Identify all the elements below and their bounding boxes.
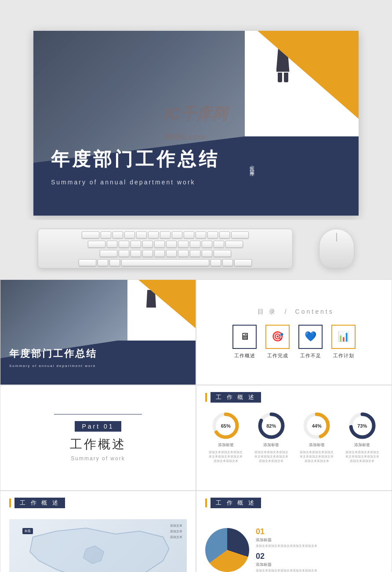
stat-add-label-4: 添加标签 [354, 442, 370, 448]
key [178, 241, 189, 248]
stat-add-label-3: 添加标签 [309, 442, 325, 448]
content-label-3: 工作不足 [300, 352, 321, 359]
donut-3: 44% [302, 411, 331, 440]
keyboard-row-2 [44, 241, 287, 248]
content-label-2: 工作完成 [267, 352, 288, 359]
yellow-triangle [258, 31, 359, 119]
slide-main-cover: 年度部门工作总结 Summary of annual department wo… [33, 31, 359, 216]
key [131, 250, 141, 257]
map-add-3: 添加文本 [170, 535, 182, 539]
key [136, 231, 147, 238]
key-ctrl-r [234, 259, 252, 266]
list-num-1: 01 [256, 527, 383, 536]
content-item-3: 💙 工作不足 [298, 325, 323, 359]
key [166, 241, 177, 248]
contents-icons: 🖥 工作概述 🎯 工作完成 💙 工作不足 📊 工作计划 [232, 325, 356, 359]
mouse [319, 229, 354, 268]
key [190, 241, 200, 248]
key [190, 250, 200, 257]
keyboard-row-4 [44, 259, 287, 266]
stats-row: 65% 添加标签 添加文本添加文本添加文本文本添加文本添加文本添加文本添加文本 … [205, 409, 383, 484]
title-bar-yellow-6 [9, 499, 11, 507]
key [101, 231, 111, 238]
list-entry-1: 01 添加标题 添加文本添加文本添加文本添加文本添加文本 [256, 527, 383, 548]
logo-text: Your Logo [298, 172, 337, 181]
key [154, 250, 165, 257]
key-caps [88, 241, 105, 248]
slides-row-2: Part 01 工作概述 Summary of work 工 作 概 述 65%… [0, 385, 392, 491]
slide-work-stats: 工 作 概 述 65% 添加标签 添加文本添加文本添加文本文本添加文本添加文本添… [196, 385, 392, 491]
key-ctrl [79, 259, 96, 266]
contents-title-slash: / [285, 308, 292, 315]
map-tag-1: 标题 [22, 528, 33, 534]
slide-list: 工 作 概 述 01 添加标题 添加文本添加文本添加文本添加文本添加文本 02 … [196, 491, 392, 572]
map-add-text: 添加文本 添加文本 添加文本 [170, 524, 182, 539]
logo-sub: 企业标志 [298, 181, 337, 189]
slide-part01: Part 01 工作概述 Summary of work [0, 385, 196, 491]
stat-item-3: 44% 添加标签 添加文本添加文本添加文本文本添加文本添加文本添加文本添加文本 [299, 411, 334, 463]
stat-desc-2: 添加文本添加文本添加文本文本添加文本添加文本添加文本添加文本 [254, 450, 289, 463]
list-title-2: 添加标题 [256, 562, 383, 568]
key [142, 250, 153, 257]
key [178, 250, 189, 257]
list-title-1: 添加标题 [256, 537, 383, 543]
key [98, 259, 108, 266]
content-icon-overview: 🖥 [232, 325, 257, 349]
key [196, 231, 206, 238]
key-shift-r [214, 250, 231, 257]
content-label-4: 工作计划 [333, 352, 354, 359]
key [154, 241, 165, 248]
section-title-6: 工 作 概 述 [9, 498, 187, 508]
key [107, 241, 117, 248]
china-map-svg [9, 519, 187, 572]
section-title-bg-6: 工 作 概 述 [15, 498, 65, 508]
part-line [54, 414, 142, 414]
key [113, 231, 123, 238]
map-add-2: 添加文本 [170, 529, 182, 534]
donut-label-3: 44% [312, 423, 322, 429]
list-text-1: 添加文本添加文本添加文本添加文本添加文本 [256, 544, 383, 548]
stat-desc-4: 添加文本添加文本添加文本文本添加文本添加文本添加文本添加文本 [345, 450, 380, 463]
list-items: 01 添加标题 添加文本添加文本添加文本添加文本添加文本 02 添加标题 添加文… [256, 527, 383, 572]
map-add-1: 添加文本 [170, 524, 182, 528]
content-item-1: 🖥 工作概述 [232, 325, 257, 359]
section-title-bg: 工 作 概 述 [211, 392, 261, 403]
keyboard-row-3 [44, 250, 287, 257]
key [214, 241, 224, 248]
section-title-7: 工 作 概 述 [205, 498, 383, 508]
key-backspace [231, 231, 249, 238]
accessories-section [0, 220, 392, 277]
stat-item-1: 65% 添加标签 添加文本添加文本添加文本文本添加文本添加文本添加文本添加文本 [208, 411, 243, 463]
section-title-5: 工 作 概 述 [205, 392, 383, 403]
list-entry-2: 02 添加标题 添加文本添加文本添加文本添加文本添加文本 [256, 552, 383, 572]
key-shift-l [100, 250, 117, 257]
donut-label-4: 73% [357, 423, 367, 429]
key [142, 241, 153, 248]
key [160, 231, 171, 238]
stat-desc-3: 添加文本添加文本添加文本文本添加文本添加文本添加文本添加文本 [299, 450, 334, 463]
content-icon-complete: 🎯 [265, 325, 290, 349]
stat-add-label-2: 添加标签 [263, 442, 279, 448]
contents-title-zh: 目 录 [258, 308, 277, 315]
content-icon-shortfall: 💙 [298, 325, 323, 349]
key [184, 231, 194, 238]
donut-label-2: 82% [266, 423, 276, 429]
key [131, 241, 141, 248]
section-title-bg-7: 工 作 概 述 [211, 498, 261, 508]
main-title-zh: 年度部门工作总结 [51, 147, 220, 172]
key [119, 250, 129, 257]
stat-add-label-1: 添加标签 [218, 442, 234, 448]
part-title-zh: 工作概述 [70, 436, 126, 453]
mini-logo-text: Your Logo [163, 361, 182, 366]
part-title-en: Summary of work [71, 455, 125, 462]
donut-1: 65% [211, 411, 240, 440]
content-item-2: 🎯 工作完成 [265, 325, 290, 359]
donut-4: 73% [348, 411, 377, 440]
slide-contents: 目 录 / Contents 🖥 工作概述 🎯 工作完成 💙 工作不足 📊 工作… [196, 279, 392, 385]
key [202, 250, 212, 257]
keyboard-row-1 [44, 231, 287, 238]
mini-title-en: Summary of annual department work [9, 364, 96, 368]
content-label-1: 工作概述 [234, 352, 255, 359]
stat-item-4: 73% 添加标签 添加文本添加文本添加文本文本添加文本添加文本添加文本添加文本 [345, 411, 380, 463]
main-title-en: Summary of annual department work [51, 179, 196, 186]
